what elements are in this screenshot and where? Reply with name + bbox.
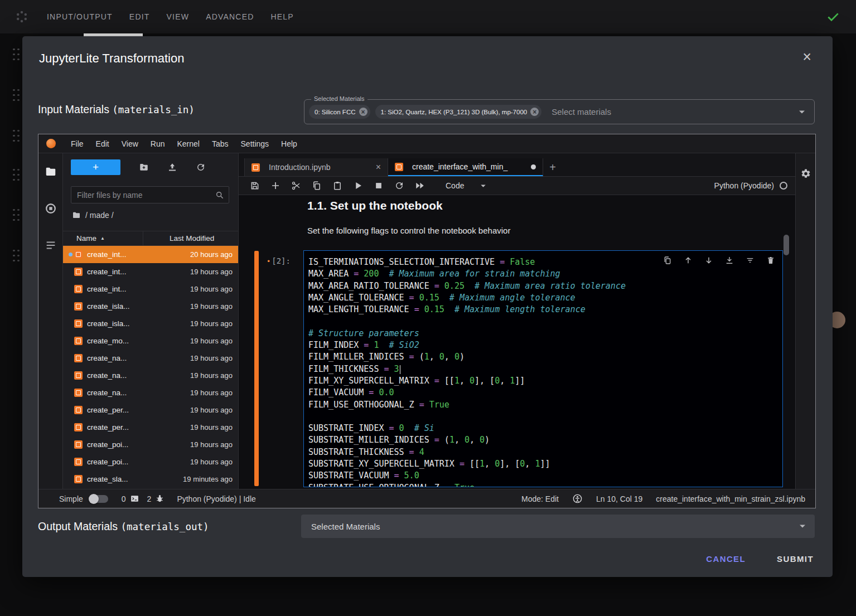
code-cell-editor[interactable]: IS_TERMINATIONS_SELECTION_INTERACTIVE = …: [303, 250, 783, 487]
code-line: SUBSTRATE_USE_ORTHOGONAL_Z = True: [308, 482, 778, 487]
app-menu-input-output[interactable]: INPUT/OUTPUT: [47, 12, 113, 21]
run-cell-icon[interactable]: [353, 181, 363, 191]
jlab-menu-view[interactable]: View: [115, 139, 144, 148]
new-folder-icon[interactable]: [139, 162, 149, 172]
file-row[interactable]: create_na...19 hours ago: [63, 350, 238, 367]
app-menu-help[interactable]: HELP: [271, 12, 294, 21]
cell-options-icon[interactable]: [746, 256, 755, 265]
file-name: create_mo...: [87, 337, 129, 345]
move-cell-up-icon[interactable]: [684, 256, 693, 265]
selected-materials-chips: 0: Silicon FCC×1: SiO2, Quartz, HEX (P3_…: [309, 105, 541, 119]
stop-kernel-icon[interactable]: [374, 181, 384, 191]
cut-icon[interactable]: [291, 181, 301, 191]
running-kernels-icon[interactable]: [45, 202, 57, 215]
move-cell-down-icon[interactable]: [704, 256, 713, 265]
new-tab-button[interactable]: +: [543, 158, 562, 176]
copy-icon[interactable]: [312, 181, 322, 191]
name-column-label: Name: [76, 234, 96, 242]
delete-cell-icon[interactable]: [766, 256, 775, 265]
file-modified-time: 19 hours ago: [190, 337, 233, 345]
jlab-menu-run[interactable]: Run: [144, 139, 171, 148]
file-modified-time: 19 hours ago: [190, 302, 233, 311]
close-tab-icon[interactable]: ×: [376, 163, 381, 172]
file-row[interactable]: create_poi...19 hours ago: [63, 453, 238, 471]
insert-cell-below-icon[interactable]: [725, 256, 734, 265]
add-cell-icon[interactable]: [270, 181, 281, 191]
cell-type-dropdown[interactable]: Code: [446, 181, 488, 191]
filter-files-input[interactable]: [71, 187, 229, 203]
file-row[interactable]: create_int...19 hours ago: [63, 280, 238, 298]
file-row[interactable]: create_isla...19 hours ago: [63, 315, 238, 332]
terminals-count[interactable]: 0: [122, 494, 139, 503]
simple-mode-toggle[interactable]: [90, 495, 108, 503]
column-header-modified[interactable]: Last Modified: [143, 231, 238, 245]
output-materials-dropdown[interactable]: Selected Materials: [301, 515, 815, 538]
file-row[interactable]: create_na...19 hours ago: [63, 384, 238, 401]
chip-remove-icon[interactable]: ×: [359, 108, 367, 116]
jlab-menu-settings[interactable]: Settings: [235, 139, 275, 148]
file-row[interactable]: create_poi...19 hours ago: [63, 436, 238, 453]
code-line: FILM_VACUUM = 0.0: [308, 387, 778, 399]
chip-remove-icon[interactable]: ×: [530, 108, 539, 116]
accessibility-icon[interactable]: [572, 493, 583, 504]
kernel-status-text[interactable]: Python (Pyodide) | Idle: [177, 494, 255, 503]
file-row[interactable]: create_isla...19 hours ago: [63, 298, 238, 315]
text-cursor: [400, 365, 401, 374]
code-line: SUBSTRATE_MILLER_INDICES = (1, 0, 0): [308, 434, 778, 446]
selected-materials-combobox[interactable]: Selected Materials 0: Silicon FCC×1: SiO…: [304, 99, 815, 124]
notebook-file-icon: [74, 458, 83, 466]
code-line: [308, 316, 778, 327]
app-menu-edit[interactable]: EDIT: [129, 12, 150, 21]
gear-icon[interactable]: [800, 168, 811, 179]
breadcrumb[interactable]: / made /: [72, 211, 114, 220]
file-row[interactable]: create_mo...19 hours ago: [63, 332, 238, 350]
jlab-menu-kernel[interactable]: Kernel: [171, 139, 205, 148]
file-modified-time: 19 hours ago: [190, 354, 233, 362]
app-menu-view[interactable]: VIEW: [167, 12, 190, 21]
new-launcher-button[interactable]: +: [71, 159, 120, 175]
file-row[interactable]: create_per...19 hours ago: [63, 401, 238, 419]
cursor-position[interactable]: Ln 10, Col 19: [596, 494, 642, 503]
drag-handle-icon: [12, 47, 21, 62]
output-materials-value: Selected Materials: [311, 522, 380, 531]
check-icon[interactable]: [826, 9, 840, 24]
file-row[interactable]: create_int...19 hours ago: [63, 263, 238, 280]
kernels-count[interactable]: 2: [147, 494, 165, 503]
jlab-menu-help[interactable]: Help: [275, 139, 303, 148]
file-browser-icon[interactable]: [45, 166, 57, 178]
restart-run-all-icon[interactable]: [415, 181, 425, 191]
file-row[interactable]: create_int...20 hours ago: [63, 246, 238, 263]
jlab-menu-tabs[interactable]: Tabs: [206, 139, 235, 148]
column-header-name[interactable]: Name ▲: [63, 234, 143, 242]
refresh-icon[interactable]: [196, 162, 206, 172]
notebook-file-icon: [74, 250, 83, 259]
active-cell-collapser[interactable]: [254, 251, 259, 486]
markdown-paragraph: Set the following flags to control the n…: [307, 226, 510, 235]
app-menu-advanced[interactable]: ADVANCED: [206, 12, 254, 21]
close-icon[interactable]: ×: [802, 50, 811, 65]
file-row[interactable]: create_per...19 hours ago: [63, 419, 238, 436]
breadcrumb-path: / made /: [85, 211, 114, 220]
tab-create-interface[interactable]: create_interface_with_min_: [388, 158, 543, 176]
jlab-menu-file[interactable]: File: [65, 139, 90, 148]
code-lines: IS_TERMINATIONS_SELECTION_INTERACTIVE = …: [304, 251, 782, 487]
drag-handle-icon: [12, 88, 21, 103]
code-line: MAX_AREA_RATIO_TOLERANCE = 0.25 # Maximu…: [308, 280, 778, 292]
material-chip[interactable]: 1: SiO2, Quartz, HEX (P3_121) 3D (Bulk),…: [375, 105, 542, 119]
notebook-scrollbar-thumb[interactable]: [784, 235, 789, 255]
cancel-button[interactable]: CANCEL: [706, 554, 746, 564]
upload-icon[interactable]: [167, 162, 177, 172]
kernel-name[interactable]: Python (Pyodide): [714, 181, 774, 190]
duplicate-cell-icon[interactable]: [663, 256, 672, 265]
paste-icon[interactable]: [332, 181, 342, 191]
jlab-menu-edit[interactable]: Edit: [90, 139, 115, 148]
restart-kernel-icon[interactable]: [394, 181, 404, 191]
save-icon[interactable]: [250, 181, 260, 191]
material-chip[interactable]: 0: Silicon FCC×: [309, 105, 370, 119]
file-row[interactable]: create_na...19 hours ago: [63, 367, 238, 384]
file-row[interactable]: create_sla...19 minutes ago: [63, 471, 238, 488]
table-of-contents-icon[interactable]: [45, 239, 57, 251]
file-modified-time: 19 hours ago: [190, 389, 233, 397]
submit-button[interactable]: SUBMIT: [777, 554, 814, 564]
tab-introduction[interactable]: Introduction.ipynb ×: [244, 158, 388, 176]
